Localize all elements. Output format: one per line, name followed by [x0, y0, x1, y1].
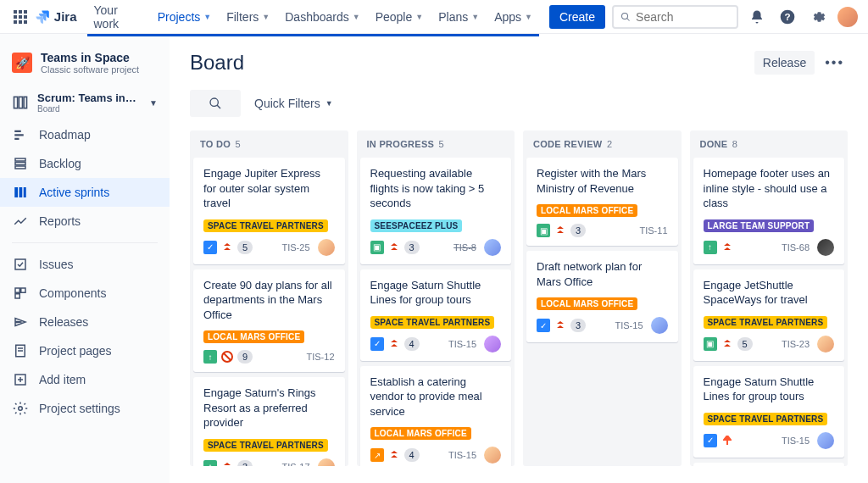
search-input[interactable] — [612, 5, 738, 29]
svg-rect-14 — [19, 97, 22, 108]
priority-highest-icon — [721, 338, 733, 350]
issue-key: TIS-15 — [615, 320, 643, 330]
nav-projects[interactable]: Projects▼ — [151, 5, 219, 29]
svg-rect-7 — [19, 20, 22, 24]
assignee-avatar[interactable] — [651, 317, 668, 334]
nav-people[interactable]: People▼ — [369, 5, 431, 29]
svg-line-10 — [627, 18, 630, 20]
components-icon — [12, 285, 29, 302]
epic-label: LOCAL MARS OFFICE — [203, 330, 304, 343]
column-todo: TO DO 5 Engage Jupiter Express for outer… — [190, 130, 348, 466]
sidebar-item-project-settings[interactable]: Project settings — [0, 394, 170, 423]
quick-filters[interactable]: Quick Filters▼ — [254, 97, 333, 110]
app-switcher-icon[interactable] — [10, 7, 31, 27]
chevron-down-icon: ▼ — [415, 13, 423, 21]
board-selector[interactable]: Scrum: Teams in S... Board ▼ — [0, 85, 170, 120]
sidebar-item-issues[interactable]: Issues — [0, 250, 170, 279]
assignee-avatar[interactable] — [484, 447, 501, 464]
svg-rect-20 — [15, 163, 25, 165]
svg-line-39 — [224, 353, 231, 360]
sidebar-item-active-sprints[interactable]: Active sprints — [0, 178, 170, 207]
epic-label: LARGE TEAM SUPPORT — [704, 219, 815, 232]
sidebar-item-project-pages[interactable]: Project pages — [0, 336, 170, 365]
assignee-avatar[interactable] — [318, 239, 335, 256]
sidebar-item-releases[interactable]: Releases — [0, 308, 170, 336]
issue-key: TIS-12 — [306, 352, 334, 362]
nav-filters[interactable]: Filters▼ — [220, 5, 276, 29]
epic-label: SPACE TRAVEL PARTNERS — [704, 413, 828, 425]
issue-card[interactable]: Draft network plan for Mars Office LOCAL… — [526, 251, 678, 342]
issue-key: TIS-11 — [639, 225, 667, 236]
assignee-avatar[interactable] — [817, 336, 834, 353]
issue-card[interactable]: Engage Saturn's Rings Resort as a prefer… — [193, 377, 345, 466]
svg-rect-27 — [21, 288, 25, 292]
settings-icon[interactable] — [805, 5, 829, 29]
svg-rect-2 — [24, 10, 27, 14]
priority-highest-icon — [554, 319, 566, 331]
active-sprints-icon — [12, 184, 29, 201]
sidebar-item-backlog[interactable]: Backlog — [0, 149, 170, 178]
story-points: 3 — [404, 241, 420, 254]
epic-label: LOCAL MARS OFFICE — [370, 427, 471, 440]
svg-rect-16 — [14, 130, 21, 132]
issue-card[interactable]: Register with the Mars Ministry of Reven… — [526, 158, 678, 246]
column-inprogress: IN PROGRESS 5 Requesting available fligh… — [357, 130, 515, 466]
sidebar-item-add-item[interactable]: Add item — [0, 365, 170, 394]
issue-card[interactable]: Requesting available flights is now taki… — [360, 158, 512, 264]
gear-icon — [12, 400, 29, 417]
story-icon: ↑ — [203, 350, 217, 364]
nav-apps[interactable]: Apps▼ — [487, 5, 539, 29]
assignee-avatar[interactable] — [817, 432, 834, 449]
issue-card[interactable]: Engage Jupiter Express for outer solar s… — [193, 158, 345, 264]
issue-card[interactable]: Homepage footer uses an inline style - s… — [693, 158, 845, 264]
epic-label: LOCAL MARS OFFICE — [537, 297, 637, 310]
svg-rect-13 — [14, 97, 18, 108]
assignee-avatar[interactable] — [484, 336, 501, 353]
issue-card[interactable]: Create 90 day plans for all departments … — [193, 269, 345, 373]
priority-highest-icon — [388, 449, 400, 461]
brand: Jira — [54, 9, 77, 24]
project-header[interactable]: 🚀 Teams in Space Classic software projec… — [0, 47, 170, 85]
create-button[interactable]: Create — [549, 5, 605, 29]
nav-plans[interactable]: Plans▼ — [431, 5, 486, 29]
issue-card[interactable]: Engage Saturn Shuttle Lines for group to… — [693, 366, 845, 458]
nav-dashboards[interactable]: Dashboards▼ — [278, 5, 366, 29]
issue-card[interactable]: Establish a catering vendor to provide m… — [693, 463, 845, 466]
priority-highest-icon — [388, 338, 400, 350]
jira-logo[interactable]: Jira — [34, 8, 77, 25]
assignee-avatar[interactable] — [817, 239, 834, 256]
assignee-avatar[interactable] — [318, 458, 335, 466]
sidebar-item-reports[interactable]: Reports — [0, 207, 170, 236]
assignee-avatar[interactable] — [484, 239, 501, 256]
issue-card[interactable]: Engage Saturn Shuttle Lines for group to… — [360, 269, 512, 361]
svg-rect-5 — [24, 15, 27, 19]
issue-key: TIS-17 — [281, 462, 309, 466]
story-icon: ▣ — [370, 241, 384, 254]
sidebar-item-roadmap[interactable]: Roadmap — [0, 120, 170, 149]
roadmap-icon — [12, 126, 29, 143]
chevron-down-icon: ▼ — [262, 13, 270, 21]
issue-key: TIS-15 — [782, 436, 810, 446]
board-name: Scrum: Teams in S... — [37, 92, 139, 104]
board-search[interactable] — [190, 90, 241, 117]
chevron-down-icon: ▼ — [203, 13, 211, 21]
notifications-icon[interactable] — [745, 5, 769, 29]
task-icon: ✓ — [370, 337, 384, 351]
story-points: 4 — [404, 448, 420, 462]
svg-rect-24 — [24, 187, 26, 197]
issue-card[interactable]: Engage JetShuttle SpaceWays for travel S… — [693, 269, 845, 361]
release-button[interactable]: Release — [754, 51, 815, 75]
more-button[interactable]: ••• — [821, 52, 848, 74]
story-points: 3 — [570, 319, 586, 332]
svg-rect-18 — [14, 138, 19, 140]
priority-highest-icon — [221, 242, 233, 253]
help-icon[interactable]: ? — [776, 5, 799, 29]
sidebar-item-components[interactable]: Components — [0, 279, 170, 308]
issue-card[interactable]: Establish a catering vendor to provide m… — [360, 366, 512, 466]
board-sublabel: Board — [37, 104, 141, 114]
nav-your-work[interactable]: Your work — [87, 0, 149, 36]
profile-avatar[interactable] — [837, 7, 858, 27]
search-field[interactable] — [636, 10, 730, 24]
story-points: 5 — [737, 337, 753, 351]
chevron-down-icon: ▼ — [326, 99, 333, 108]
